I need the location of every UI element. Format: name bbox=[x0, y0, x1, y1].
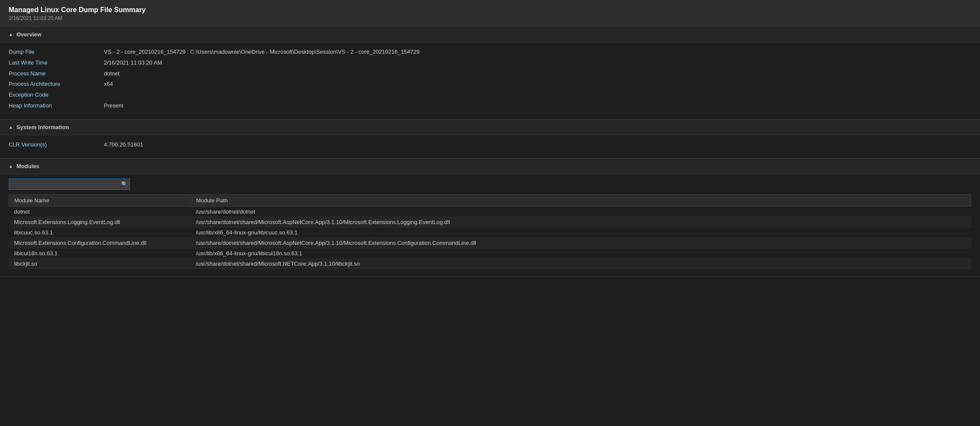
process-arch-label: Process Architecture bbox=[9, 80, 104, 89]
module-name-cell: Microsoft.Extensions.Logging.EventLog.dl… bbox=[9, 217, 191, 227]
module-name-cell: dotnet bbox=[9, 206, 191, 217]
module-path-cell: /usr/share/dotnet/shared/Microsoft.AspNe… bbox=[191, 237, 971, 248]
dump-file-value: VS - 2 - core_20210216_154729 : C:\Users… bbox=[104, 48, 419, 57]
modules-table-container: Module Name Module Path dotnet/usr/share… bbox=[0, 194, 980, 276]
module-path-cell: /usr/share/dotnet/shared/Microsoft.AspNe… bbox=[191, 217, 971, 227]
table-row: Microsoft.Extensions.Logging.EventLog.dl… bbox=[9, 217, 971, 227]
last-write-time-row: Last Write Time 2/16/2021 11:03:20 AM bbox=[9, 59, 971, 68]
modules-search-container: 🔍 bbox=[0, 174, 980, 190]
page-subtitle: 2/16/2021 11:03:20 AM bbox=[9, 15, 971, 21]
table-row: libclrjit.so/usr/share/dotnet/shared/Mic… bbox=[9, 258, 971, 269]
heap-info-row: Heap Information Present bbox=[9, 101, 971, 111]
system-info-chevron-icon: ▲ bbox=[9, 125, 14, 130]
module-name-cell: libclrjit.so bbox=[9, 258, 191, 269]
clr-versions-row: CLR Version(s) 4.700.20.51601 bbox=[9, 140, 971, 150]
table-row: libicui18n.so.63.1/usr/lib/x86_64-linux-… bbox=[9, 248, 971, 258]
modules-chevron-icon: ▲ bbox=[9, 164, 14, 169]
table-row: libicuuc.so.63.1/usr/lib/x86_64-linux-gn… bbox=[9, 227, 971, 237]
last-write-time-label: Last Write Time bbox=[9, 59, 104, 68]
module-path-cell: /usr/share/dotnet/shared/Microsoft.NETCo… bbox=[191, 258, 971, 269]
heap-info-value: Present bbox=[104, 101, 123, 111]
module-name-cell: libicui18n.so.63.1 bbox=[9, 248, 191, 258]
exception-code-label: Exception Code bbox=[9, 91, 104, 100]
modules-section-header[interactable]: ▲ Modules bbox=[0, 159, 980, 174]
system-info-section-header[interactable]: ▲ System Information bbox=[0, 120, 980, 135]
module-name-cell: Microsoft.Extensions.Configuration.Comma… bbox=[9, 237, 191, 248]
clr-versions-label: CLR Version(s) bbox=[9, 140, 104, 150]
col-name-header: Module Name bbox=[9, 194, 191, 206]
table-row: dotnet/usr/share/dotnet/dotnet bbox=[9, 206, 971, 217]
system-info-section-label: System Information bbox=[16, 124, 69, 130]
clr-versions-value: 4.700.20.51601 bbox=[104, 140, 143, 150]
dump-file-label: Dump File bbox=[9, 48, 104, 57]
col-path-header: Module Path bbox=[191, 194, 971, 206]
modules-search-box[interactable]: 🔍 bbox=[9, 179, 130, 190]
search-input[interactable] bbox=[13, 181, 121, 187]
system-info-section: ▲ System Information CLR Version(s) 4.70… bbox=[0, 120, 980, 159]
modules-table: Module Name Module Path dotnet/usr/share… bbox=[9, 194, 971, 269]
heap-info-label: Heap Information bbox=[9, 101, 104, 111]
page-header: Managed Linux Core Dump File Summary 2/1… bbox=[0, 0, 980, 27]
overview-section-body: Dump File VS - 2 - core_20210216_154729 … bbox=[0, 42, 980, 119]
modules-section-label: Modules bbox=[16, 163, 39, 169]
table-header-row: Module Name Module Path bbox=[9, 194, 971, 206]
module-path-cell: /usr/lib/x86_64-linux-gnu/libicui18n.so.… bbox=[191, 248, 971, 258]
dump-file-row: Dump File VS - 2 - core_20210216_154729 … bbox=[9, 48, 971, 57]
overview-section-header[interactable]: ▲ Overview bbox=[0, 27, 980, 42]
process-arch-row: Process Architecture x64 bbox=[9, 80, 971, 89]
process-arch-value: x64 bbox=[104, 80, 113, 89]
process-name-label: Process Name bbox=[9, 69, 104, 78]
process-name-row: Process Name dotnet bbox=[9, 69, 971, 78]
search-icon: 🔍 bbox=[121, 181, 128, 187]
modules-section: ▲ Modules 🔍 Module Name Module Path dotn… bbox=[0, 159, 980, 276]
exception-code-row: Exception Code bbox=[9, 91, 971, 100]
process-name-value: dotnet bbox=[104, 69, 119, 78]
overview-section-label: Overview bbox=[16, 31, 42, 38]
page-title: Managed Linux Core Dump File Summary bbox=[9, 6, 971, 14]
module-name-cell: libicuuc.so.63.1 bbox=[9, 227, 191, 237]
module-path-cell: /usr/share/dotnet/dotnet bbox=[191, 206, 971, 217]
last-write-time-value: 2/16/2021 11:03:20 AM bbox=[104, 59, 162, 68]
overview-chevron-icon: ▲ bbox=[9, 32, 14, 37]
system-info-section-body: CLR Version(s) 4.700.20.51601 bbox=[0, 135, 980, 158]
overview-section: ▲ Overview Dump File VS - 2 - core_20210… bbox=[0, 27, 980, 120]
table-row: Microsoft.Extensions.Configuration.Comma… bbox=[9, 237, 971, 248]
module-path-cell: /usr/lib/x86_64-linux-gnu/libicuuc.so.63… bbox=[191, 227, 971, 237]
